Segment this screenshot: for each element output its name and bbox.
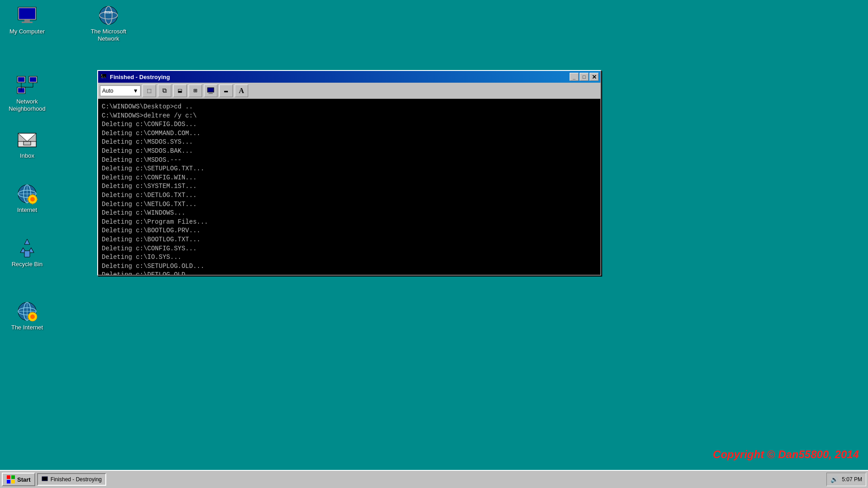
svg-text:msn: msn	[104, 10, 113, 14]
taskbar-window-label: Finished - Destroying	[51, 476, 102, 483]
close-button[interactable]: ✕	[590, 73, 599, 81]
svg-rect-56	[42, 477, 47, 480]
inbox-label: Inbox	[20, 152, 34, 160]
terminal-line-21: Deleting c:\DETLOG.OLD...	[102, 271, 597, 275]
terminal-line-7: Deleting c:\MSDOS.BAK...	[102, 147, 597, 156]
start-button[interactable]: Start	[2, 473, 35, 486]
svg-rect-54	[11, 480, 15, 483]
terminal-line-13: Deleting c:\NETLOG.TXT...	[102, 200, 597, 209]
toolbar-btn-4[interactable]: ⊞	[189, 84, 202, 97]
taskbar: Start Finished - Destroying 🔊 5:07 PM	[0, 470, 868, 488]
my-computer-icon	[16, 5, 38, 26]
terminal-output: C:\WINDOWS\Desktop>cd .. C:\WINDOWS>delt…	[98, 99, 600, 275]
toolbar-btn-2[interactable]: ⧉	[158, 84, 171, 97]
recycle-icon	[16, 237, 38, 259]
recycle-label: Recycle Bin	[12, 261, 43, 268]
svg-text:C:\: C:\	[101, 76, 105, 79]
svg-rect-1	[19, 8, 35, 19]
desktop-icon-network[interactable]: Network Neighborhood	[7, 75, 47, 112]
terminal-line-19: Deleting c:\IO.SYS...	[102, 253, 597, 262]
window-icon: C:\	[100, 73, 107, 80]
cmd-window: C:\ Finished - Destroying _ □ ✕ Auto ▼ ⬚…	[97, 70, 601, 276]
font-dropdown[interactable]: Auto ▼	[100, 85, 141, 96]
toolbar-btn-1[interactable]: ⬚	[142, 84, 156, 97]
svg-rect-52	[11, 475, 15, 479]
my-computer-label: My Computer	[9, 28, 45, 35]
taskbar-window-icon	[42, 476, 48, 483]
toolbar-btn-7[interactable]: A	[235, 84, 248, 97]
desktop-icon-recycle[interactable]: Recycle Bin	[7, 237, 47, 268]
terminal-line-4: Deleting c:\CONFIG.DOS...	[102, 120, 597, 129]
network-icon	[16, 75, 38, 96]
title-bar-buttons: _ □ ✕	[570, 73, 599, 81]
terminal-line-14: Deleting c:\WINDOWS...	[102, 209, 597, 218]
toolbar-btn-3[interactable]: ⬓	[173, 84, 187, 97]
terminal-line-20: Deleting c:\SETUPLOG.OLD...	[102, 262, 597, 271]
title-bar[interactable]: C:\ Finished - Destroying _ □ ✕	[98, 71, 600, 83]
terminal-line-16: Deleting c:\BOOTLOG.PRV...	[102, 226, 597, 235]
taskbar-system-tray: 🔊 5:07 PM	[826, 473, 866, 486]
start-label: Start	[17, 476, 31, 483]
taskbar-active-window[interactable]: Finished - Destroying	[37, 473, 106, 486]
copyright-text: Copyright © Dan55800, 2014	[713, 448, 859, 461]
terminal-line-8: Deleting c:\MSDOS.---	[102, 156, 597, 165]
svg-rect-9	[18, 77, 24, 82]
toolbar-btn-6[interactable]: ▬	[219, 84, 233, 97]
terminal-line-6: Deleting c:\MSDOS.SYS...	[102, 138, 597, 147]
window-title: Finished - Destroying	[110, 74, 567, 80]
svg-marker-32	[24, 239, 30, 244]
maximize-button[interactable]: □	[580, 73, 589, 81]
svg-point-4	[99, 6, 118, 24]
desktop-icon-the-internet[interactable]: The Internet	[7, 300, 47, 331]
desktop-icon-internet[interactable]: Internet	[7, 183, 47, 214]
svg-point-27	[30, 197, 35, 202]
volume-icon[interactable]: 🔊	[830, 476, 838, 483]
desktop-icon-inbox[interactable]: Inbox	[7, 129, 47, 160]
internet-icon	[16, 183, 38, 205]
dropdown-arrow-icon: ▼	[133, 88, 138, 94]
the-internet-icon	[16, 300, 38, 322]
terminal-line-5: Deleting c:\COMMAND.COM...	[102, 129, 597, 138]
svg-rect-20	[24, 141, 31, 145]
svg-point-42	[30, 314, 35, 319]
terminal-line-3: C:\WINDOWS>deltree /y c:\	[102, 112, 597, 121]
svg-rect-3	[22, 22, 33, 23]
network-label: Network Neighborhood	[9, 98, 46, 112]
terminal-line-9: Deleting c:\SETUPLOG.TXT...	[102, 164, 597, 174]
svg-rect-48	[208, 88, 213, 92]
windows-logo-icon	[6, 475, 15, 484]
svg-rect-50	[208, 93, 213, 94]
svg-rect-49	[209, 92, 212, 93]
minimize-button[interactable]: _	[570, 73, 579, 81]
terminal-line-1: C:\WINDOWS\Desktop>cd ..	[102, 103, 597, 112]
terminal-line-12: Deleting c:\DETLOG.TXT...	[102, 191, 597, 200]
inbox-icon	[16, 129, 38, 150]
desktop-icon-msn[interactable]: msn The Microsoft Network	[88, 5, 129, 42]
font-dropdown-value: Auto	[102, 88, 113, 94]
svg-rect-53	[7, 480, 10, 483]
terminal-line-18: Deleting c:\CONFIG.SYS...	[102, 244, 597, 253]
toolbar-btn-5[interactable]	[204, 84, 217, 97]
terminal-line-17: Deleting c:\BOOTLOG.TXT...	[102, 235, 597, 244]
svg-rect-35	[24, 251, 30, 257]
svg-rect-11	[30, 77, 36, 82]
internet-label: Internet	[17, 206, 37, 214]
svg-rect-51	[7, 475, 10, 479]
terminal-line-10: Deleting c:\CONFIG.WIN...	[102, 174, 597, 183]
terminal-line-15: Deleting c:\Program Files...	[102, 218, 597, 227]
msn-label: The Microsoft Network	[91, 28, 127, 42]
msn-icon: msn	[98, 5, 119, 26]
svg-rect-2	[24, 20, 30, 22]
the-internet-label: The Internet	[11, 324, 43, 331]
desktop-icon-my-computer[interactable]: My Computer	[7, 5, 47, 35]
toolbar: Auto ▼ ⬚ ⧉ ⬓ ⊞ ▬ A	[98, 83, 600, 99]
terminal-line-11: Deleting c:\SYSTEM.1ST...	[102, 182, 597, 191]
svg-rect-45	[101, 75, 102, 75]
taskbar-clock: 5:07 PM	[842, 476, 862, 483]
